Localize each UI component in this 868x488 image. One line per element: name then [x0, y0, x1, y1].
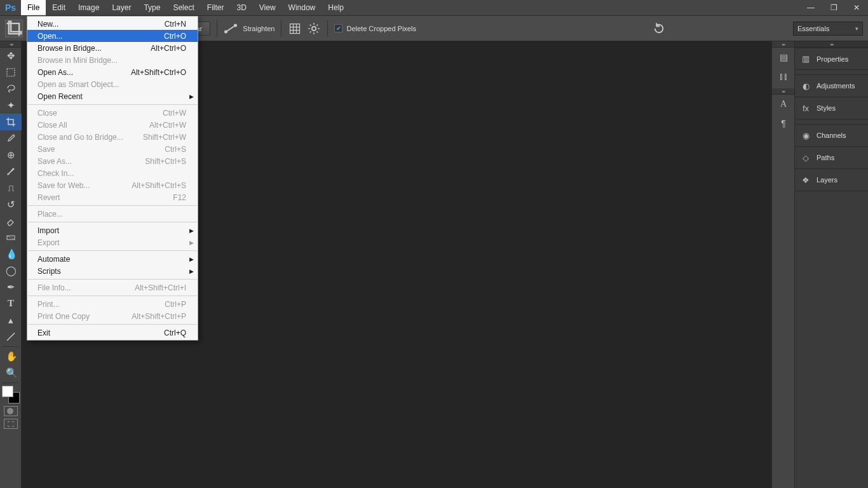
menu-item-import[interactable]: Import▶: [27, 224, 198, 236]
svg-point-0: [225, 30, 227, 33]
tools-collapse-handle[interactable]: [0, 41, 21, 48]
menu-3d[interactable]: 3D: [230, 0, 252, 15]
layers-panel-tab[interactable]: ❖ Layers: [795, 169, 868, 191]
menu-item-exit[interactable]: ExitCtrl+Q: [27, 327, 198, 339]
separator: [217, 20, 217, 37]
menu-image[interactable]: Image: [72, 0, 105, 15]
app-logo: Ps: [0, 0, 21, 15]
channels-panel-tab[interactable]: ◉ Channels: [795, 125, 868, 147]
menu-separator: [28, 250, 197, 251]
menu-item-label: Place...: [37, 210, 186, 219]
menu-item-shortcut: Alt+Shift+Ctrl+O: [131, 68, 186, 77]
properties-icon: ▥: [800, 54, 811, 64]
brush-presets-panel-icon[interactable]: ⫿⫿: [772, 67, 795, 86]
menu-layer[interactable]: Layer: [105, 0, 137, 15]
menu-item-save-as: Save As...Shift+Ctrl+S: [27, 155, 198, 167]
magic-wand-tool[interactable]: ✦: [0, 97, 22, 114]
menu-item-label: Revert: [37, 193, 173, 202]
tool-separator: [2, 383, 19, 383]
quick-mask-toggle[interactable]: [4, 406, 18, 416]
dock-expand-handle[interactable]: [772, 41, 794, 48]
menu-item-open-recent[interactable]: Open Recent▶: [27, 90, 198, 102]
hand-tool[interactable]: ✋: [0, 348, 22, 365]
menu-window[interactable]: Window: [282, 0, 322, 15]
menu-edit[interactable]: Edit: [46, 0, 72, 15]
dock-expand-handle-2[interactable]: [772, 88, 794, 95]
reset-icon[interactable]: [652, 22, 666, 36]
menu-item-label: Open As...: [37, 68, 131, 77]
panels-collapse-handle[interactable]: [795, 41, 868, 48]
screen-mode-toggle[interactable]: [4, 419, 18, 429]
settings-gear-icon[interactable]: [307, 22, 321, 36]
menu-select[interactable]: Select: [166, 0, 200, 15]
menu-separator: [28, 205, 197, 206]
brush-tool[interactable]: [0, 163, 22, 180]
menu-type[interactable]: Type: [137, 0, 166, 15]
grid-overlay-icon[interactable]: [288, 22, 302, 36]
checkbox-icon: ✔: [334, 24, 342, 32]
menu-item-close-and-go-to-bridge: Close and Go to Bridge...Shift+Ctrl+W: [27, 131, 198, 143]
menu-item-label: Save As...: [37, 157, 145, 166]
crop-tool[interactable]: [0, 114, 22, 130]
workspace-selector[interactable]: Essentials: [793, 22, 863, 36]
minimize-button[interactable]: —: [799, 0, 822, 15]
restore-button[interactable]: ❐: [822, 0, 845, 15]
dodge-tool[interactable]: ◯: [0, 262, 22, 279]
menu-item-shortcut: F12: [173, 193, 186, 202]
menu-item-shortcut: Shift+Ctrl+W: [143, 133, 186, 142]
submenu-arrow-icon: ▶: [189, 268, 194, 274]
menu-item-scripts[interactable]: Scripts▶: [27, 265, 198, 277]
crop-tool-icon[interactable]: [5, 20, 23, 37]
menu-item-open-as[interactable]: Open As...Alt+Shift+Ctrl+O: [27, 66, 198, 78]
blur-tool[interactable]: 💧: [0, 246, 22, 262]
history-brush-tool[interactable]: ↺: [0, 196, 22, 213]
straighten-icon[interactable]: [224, 22, 238, 36]
menu-item-label: Open Recent: [37, 92, 186, 101]
menu-item-shortcut: Shift+Ctrl+S: [145, 157, 186, 166]
menu-item-browse-in-bridge[interactable]: Browse in Bridge...Alt+Ctrl+O: [27, 42, 198, 54]
paths-panel-tab[interactable]: ◇ Paths: [795, 147, 868, 169]
character-panel-icon[interactable]: A: [772, 95, 795, 114]
menubar: Ps FileEditImageLayerTypeSelectFilter3DV…: [0, 0, 868, 16]
menu-item-automate[interactable]: Automate▶: [27, 253, 198, 265]
marquee-tool[interactable]: [0, 64, 22, 81]
menu-item-shortcut: Alt+Shift+Ctrl+I: [135, 283, 186, 292]
history-panel-icon[interactable]: ▤: [772, 48, 795, 67]
menu-item-label: Save: [37, 145, 165, 154]
color-swatches[interactable]: [2, 386, 20, 403]
separator: [327, 20, 328, 37]
delete-cropped-checkbox[interactable]: ✔ Delete Cropped Pixels: [334, 24, 416, 32]
menu-help[interactable]: Help: [322, 0, 350, 15]
eyedropper-tool[interactable]: [0, 130, 22, 147]
path-selection-tool[interactable]: ▴: [0, 312, 22, 329]
adjustments-panel-tab[interactable]: ◐ Adjustments: [795, 75, 868, 97]
lasso-tool[interactable]: [0, 81, 22, 97]
menu-item-export: Export▶: [27, 236, 198, 248]
eraser-tool[interactable]: [0, 213, 22, 229]
clone-stamp-tool[interactable]: ⎍: [0, 180, 22, 196]
menu-filter[interactable]: Filter: [201, 0, 231, 15]
menu-item-revert: RevertF12: [27, 191, 198, 203]
menu-item-label: Open as Smart Object...: [37, 80, 186, 89]
line-tool[interactable]: [0, 329, 22, 345]
zoom-tool[interactable]: 🔍: [0, 365, 22, 381]
foreground-color-swatch[interactable]: [2, 386, 13, 397]
menu-item-new[interactable]: New...Ctrl+N: [27, 18, 198, 30]
panel-label: Layers: [817, 176, 837, 184]
paragraph-panel-icon[interactable]: ¶: [772, 114, 795, 133]
type-tool[interactable]: T: [0, 295, 22, 312]
move-tool[interactable]: ✥: [0, 48, 22, 64]
menu-file[interactable]: File: [21, 0, 46, 15]
menu-view[interactable]: View: [253, 0, 282, 15]
tool-separator: [2, 346, 19, 347]
healing-brush-tool[interactable]: ⊕: [0, 147, 22, 163]
pen-tool[interactable]: ✒: [0, 279, 22, 295]
styles-panel-tab[interactable]: fx Styles: [795, 97, 868, 119]
menu-item-close: CloseCtrl+W: [27, 107, 198, 119]
menu-item-label: Check In...: [37, 169, 186, 178]
menu-item-open[interactable]: Open...Ctrl+O: [27, 30, 198, 42]
properties-panel-tab[interactable]: ▥ Properties: [795, 48, 868, 70]
close-button[interactable]: ✕: [845, 0, 868, 15]
menu-item-shortcut: Alt+Ctrl+O: [151, 44, 186, 53]
gradient-tool[interactable]: [0, 229, 22, 246]
